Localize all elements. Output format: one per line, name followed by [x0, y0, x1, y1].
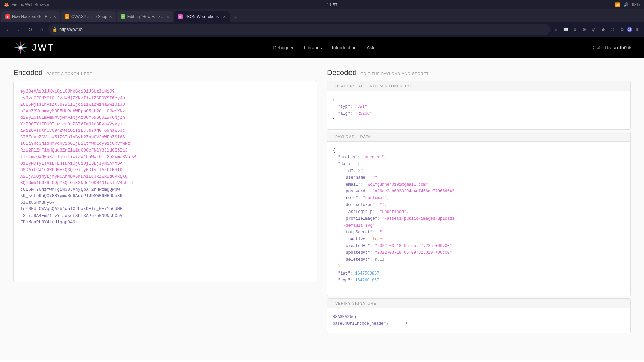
nav-debugger[interactable]: Debugger	[273, 45, 294, 50]
header-label: HEADER:	[335, 84, 354, 88]
payload-password: "password": "af6ec2ab6038f94d4ef466ac779…	[333, 188, 625, 195]
encoded-token-box[interactable]: eyJ0eXAiOiJKV1QiLCJhbGciOiJSUzI1NiJ9. ey…	[13, 81, 317, 282]
reload-button[interactable]: ↻	[25, 25, 35, 34]
header-open-brace: {	[333, 98, 335, 102]
nav-ask[interactable]: Ask	[367, 45, 374, 50]
payload-label: PAYLOAD:	[335, 135, 356, 139]
payload-exp: "exp": 1647601857	[333, 277, 625, 284]
payload-role: "role": "customer",	[333, 195, 625, 201]
nav-bar: ‹ › ↻ ⌂ 🔒 https://jwt.io ☆ 📖 ⬇ ⊕ ◎ ◆ ⬡ ⚙…	[0, 22, 644, 37]
tab2-label: OWASP Juice Shop	[71, 14, 107, 19]
decoded-column: Decoded EDIT THE PAYLOAD AND SECRET HEAD…	[327, 68, 631, 333]
tab4-close[interactable]: ×	[223, 14, 226, 19]
verify-section-label: VERIFY SIGNATURE	[327, 299, 630, 308]
auth0-dot	[628, 46, 631, 49]
tab1-label: How Hackers Get F…	[12, 14, 51, 19]
browser-tab-4[interactable]: ◈ JSON Web Tokens - ×	[174, 11, 230, 22]
header-typ-key: "typ"	[338, 104, 350, 109]
nav-actions: ☆ 📖 ⬇ ⊕ ◎ ◆ ⬡ ⚙ 19 ≡	[552, 25, 641, 34]
verify-line1: RSASHA256(	[333, 315, 357, 319]
payload-profileimage-continued: /default.svg",	[333, 222, 625, 229]
verify-label: VERIFY SIGNATURE	[335, 301, 376, 305]
verify-content[interactable]: RSASHA256( base64UrlEncode(header) + "."…	[327, 308, 630, 333]
system-tray: 📶 🔊 98%	[615, 2, 640, 7]
title-bar: 🦊 Firefox Web Browser 11:57 📶 🔊 98%	[0, 0, 644, 9]
tab4-favicon: ◈	[178, 14, 183, 19]
browser-icon: 🦊	[4, 2, 9, 7]
home-button[interactable]: ⌂	[37, 25, 46, 34]
tab-bar: ▶ How Hackers Get F… × ⬡ OWASP Juice Sho…	[0, 9, 644, 22]
payload-section: PAYLOAD: DATA { "status": "success", "da…	[327, 132, 631, 296]
auth0-text: auth0	[614, 45, 627, 50]
payload-data-open: "data": {	[333, 161, 625, 167]
address-bar[interactable]: 🔒 https://jwt.io	[48, 24, 550, 35]
header-section-label: HEADER: ALGORITHM & TOKEN TYPE	[327, 81, 630, 91]
notification-badge[interactable]: 19	[627, 27, 632, 32]
tab3-close[interactable]: ×	[167, 14, 169, 19]
verify-section: VERIFY SIGNATURE RSASHA256( base64UrlEnc…	[327, 298, 631, 333]
payload-id: "id": 22,	[333, 168, 625, 174]
pocket-icon[interactable]: ⊕	[580, 25, 588, 34]
payload-email: "email": "wolfgunner0191@gmail.com",	[333, 181, 625, 188]
new-tab-button[interactable]: +	[230, 13, 240, 22]
browser-chrome: 🦊 Firefox Web Browser 11:57 📶 🔊 98% ▶ Ho…	[0, 0, 644, 37]
main-navigation: Debugger Libraries Introduction Ask	[273, 45, 375, 50]
payload-status: "status": "success",	[333, 154, 625, 161]
header-typ-val: "JWT"	[355, 104, 367, 109]
decoded-subtitle: EDIT THE PAYLOAD AND SECRET	[361, 72, 429, 76]
payload-profileimage: "profileImage": "/assets/public/images/u…	[333, 215, 625, 222]
verify-line2: base64UrlEncode(header) + "." +	[333, 321, 408, 326]
jwt-website: JWT Debugger Libraries Introduction Ask …	[0, 37, 644, 362]
nav-libraries[interactable]: Libraries	[304, 45, 322, 50]
payload-createdat: "createdAt": "2022-03-18 05:55:27.225 +0…	[333, 243, 625, 249]
menu-icon[interactable]: ≡	[633, 25, 641, 34]
battery-indicator: 98%	[632, 2, 640, 7]
auth0-logo: auth0	[614, 45, 631, 50]
forward-button[interactable]: ›	[14, 25, 23, 34]
decoded-panel-header: Decoded EDIT THE PAYLOAD AND SECRET	[327, 68, 631, 77]
browser-tab-3[interactable]: ✏ Editing "How Hack… ×	[117, 11, 173, 22]
back-button[interactable]: ‹	[3, 25, 12, 34]
tab1-close[interactable]: ×	[53, 14, 56, 19]
payload-totpsecret: "totpSecret": "",	[333, 229, 625, 236]
payload-data-close: },	[333, 263, 625, 270]
reader-icon[interactable]: 📖	[561, 25, 570, 34]
title-bar-left: 🦊 Firefox Web Browser	[4, 2, 49, 7]
payload-updatedat: "updatedAt": "2022-03-18 06:09:32.320 +0…	[333, 249, 625, 256]
payload-section-label: PAYLOAD: DATA	[327, 132, 630, 142]
encoded-title: Encoded	[13, 68, 43, 77]
header-alg-line: "alg": "RS256"	[333, 110, 625, 117]
tab3-favicon: ✏	[121, 14, 125, 19]
header-json[interactable]: { "typ": "JWT", "alg": "RS256" }	[327, 91, 630, 129]
extension1-icon[interactable]: ◆	[599, 25, 607, 34]
tab2-close[interactable]: ×	[109, 14, 112, 19]
encoded-part2: cCI6MTY0NzYwMTg1N30.AhyQbX_2hHWzmgQWpwT …	[20, 187, 122, 225]
tab3-label: Editing "How Hack…	[127, 14, 165, 19]
payload-close-brace: }	[333, 285, 335, 289]
bookmark-icon[interactable]: ☆	[552, 25, 560, 34]
wifi-icon: 📶	[615, 2, 620, 7]
jwt-logo: JWT	[13, 40, 55, 55]
payload-username: "username": "",	[333, 174, 625, 181]
jwt-header: JWT Debugger Libraries Introduction Ask …	[0, 37, 644, 58]
download-icon[interactable]: ⬇	[571, 25, 579, 34]
logo-text: JWT	[32, 42, 55, 53]
tab4-label: JSON Web Tokens -	[185, 14, 221, 19]
header-sublabel: ALGORITHM & TOKEN TYPE	[358, 84, 415, 88]
payload-isactive: "isActive": true,	[333, 236, 625, 243]
payload-lastloginip: "lastLoginIp": "undefined",	[333, 208, 625, 215]
encoded-subtitle: PASTE A TOKEN HERE	[47, 72, 93, 76]
app-name: Firefox Web Browser	[12, 2, 49, 7]
jwt-main-content: Encoded PASTE A TOKEN HERE eyJ0eXAiOiJKV…	[0, 58, 644, 360]
jwt-logo-icon	[13, 40, 28, 55]
payload-json[interactable]: { "status": "success", "data": { "id": 2…	[327, 142, 630, 296]
browser-tab-2[interactable]: ⬡ OWASP Juice Shop ×	[61, 11, 116, 22]
browser-tab-1[interactable]: ▶ How Hackers Get F… ×	[1, 11, 60, 22]
firefox-account-icon[interactable]: ◎	[590, 25, 598, 34]
header-section: HEADER: ALGORITHM & TOKEN TYPE { "typ": …	[327, 81, 631, 130]
extension2-icon[interactable]: ⬡	[608, 25, 616, 34]
nav-introduction[interactable]: Introduction	[332, 45, 357, 50]
header-alg-val: "RS256"	[355, 111, 372, 116]
settings-icon[interactable]: ⚙	[618, 25, 626, 34]
header-typ-line: "typ": "JWT",	[333, 103, 625, 110]
